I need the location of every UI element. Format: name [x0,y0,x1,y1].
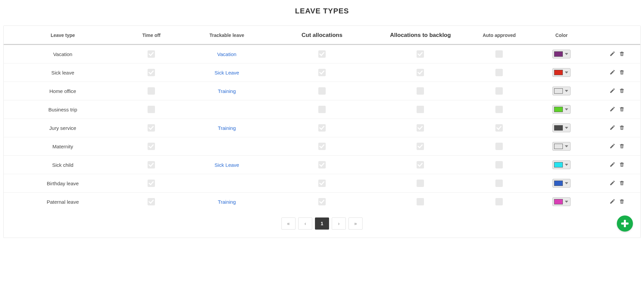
leave-type-name: Business trip [4,100,122,119]
delete-button[interactable] [619,51,625,57]
time-off-checkbox[interactable] [148,69,155,76]
allocations-backlog-checkbox[interactable] [417,161,424,168]
leave-type-name: Home office [4,82,122,100]
cut-allocations-checkbox[interactable] [318,161,326,168]
allocations-backlog-checkbox[interactable] [417,143,424,150]
time-off-checkbox[interactable] [148,198,155,205]
table-row: Paternal leaveTraining [4,193,640,211]
color-picker[interactable] [552,142,571,151]
page-last-button[interactable]: » [348,217,363,230]
allocations-backlog-checkbox[interactable] [417,69,424,76]
time-off-checkbox[interactable] [148,180,155,187]
time-off-checkbox[interactable] [148,87,155,95]
trackable-leave-link[interactable]: Sick Leave [215,162,239,168]
pencil-icon [609,88,615,94]
delete-button[interactable] [619,143,625,149]
leave-type-name: Sick child [4,156,122,174]
page-first-button[interactable]: « [281,217,296,230]
trackable-leave-link[interactable]: Training [218,88,236,94]
color-swatch [554,88,563,94]
cut-allocations-checkbox[interactable] [318,106,326,113]
color-picker[interactable] [552,105,571,114]
trackable-leave-link[interactable]: Training [218,125,236,131]
color-picker[interactable] [552,197,571,206]
trash-icon [619,106,625,112]
allocations-backlog-checkbox[interactable] [417,87,424,95]
time-off-checkbox[interactable] [148,143,155,150]
color-swatch [554,162,563,167]
auto-approved-checkbox[interactable] [495,143,503,150]
page-prev-button[interactable]: ‹ [298,217,312,230]
pencil-icon [609,125,615,131]
auto-approved-checkbox[interactable] [495,69,503,76]
time-off-checkbox[interactable] [148,124,155,132]
cut-allocations-checkbox[interactable] [318,69,326,76]
leave-types-panel: Leave type Time off Trackable leave Cut … [3,26,641,238]
auto-approved-checkbox[interactable] [495,161,503,168]
trash-icon [619,180,625,186]
allocations-backlog-checkbox[interactable] [417,124,424,132]
auto-approved-checkbox[interactable] [495,124,503,132]
cut-allocations-checkbox[interactable] [318,124,326,132]
cut-allocations-checkbox[interactable] [318,143,326,150]
leave-types-table: Leave type Time off Trackable leave Cut … [4,26,640,238]
trackable-leave-link[interactable]: Sick Leave [215,70,239,76]
auto-approved-checkbox[interactable] [495,180,503,187]
delete-button[interactable] [619,161,625,167]
leave-type-name: Maternity [4,137,122,156]
color-picker[interactable] [552,68,571,77]
time-off-checkbox[interactable] [148,161,155,168]
cut-allocations-checkbox[interactable] [318,87,326,95]
pencil-icon [609,198,615,204]
allocations-backlog-checkbox[interactable] [417,180,424,187]
leave-type-name: Vacation [4,45,122,63]
col-header-leave-type: Leave type [4,26,122,45]
pencil-icon [609,51,615,57]
col-header-cut-allocations: Cut allocations [273,26,371,45]
delete-button[interactable] [619,69,625,75]
trackable-leave-link[interactable]: Training [218,199,236,205]
color-swatch [554,181,563,186]
edit-button[interactable] [609,180,615,186]
edit-button[interactable] [609,143,615,149]
auto-approved-checkbox[interactable] [495,87,503,95]
leave-type-name: Birthday leave [4,174,122,193]
page-current-button[interactable]: 1 [315,217,329,230]
allocations-backlog-checkbox[interactable] [417,198,424,205]
chevron-down-icon [565,201,568,203]
auto-approved-checkbox[interactable] [495,198,503,205]
allocations-backlog-checkbox[interactable] [417,50,424,58]
chevron-down-icon [565,127,568,129]
color-picker[interactable] [552,160,571,169]
delete-button[interactable] [619,125,625,131]
color-picker[interactable] [552,87,571,95]
delete-button[interactable] [619,106,625,112]
delete-button[interactable] [619,180,625,186]
color-picker[interactable] [552,179,571,188]
delete-button[interactable] [619,198,625,204]
color-picker[interactable] [552,124,571,132]
delete-button[interactable] [619,88,625,94]
color-picker[interactable] [552,50,571,58]
edit-button[interactable] [609,88,615,94]
trackable-leave-link[interactable]: Vacation [217,51,236,57]
add-leave-type-button[interactable] [617,215,633,232]
color-swatch [554,199,563,204]
edit-button[interactable] [609,51,615,57]
allocations-backlog-checkbox[interactable] [417,106,424,113]
edit-button[interactable] [609,125,615,131]
edit-button[interactable] [609,198,615,204]
auto-approved-checkbox[interactable] [495,106,503,113]
cut-allocations-checkbox[interactable] [318,180,326,187]
page-next-button[interactable]: › [332,217,346,230]
chevron-down-icon [565,108,568,110]
chevron-down-icon [565,53,568,55]
edit-button[interactable] [609,161,615,167]
edit-button[interactable] [609,69,615,75]
cut-allocations-checkbox[interactable] [318,50,326,58]
time-off-checkbox[interactable] [148,50,155,58]
cut-allocations-checkbox[interactable] [318,198,326,205]
time-off-checkbox[interactable] [148,106,155,113]
auto-approved-checkbox[interactable] [495,50,503,58]
edit-button[interactable] [609,106,615,112]
